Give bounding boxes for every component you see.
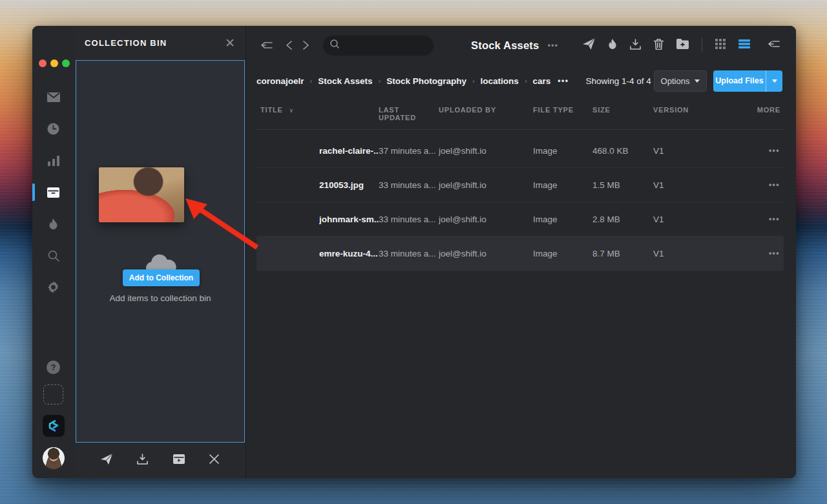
download-icon[interactable]: [137, 454, 148, 467]
send-icon[interactable]: [101, 454, 112, 467]
sidebar-item-search[interactable]: [32, 240, 74, 271]
sidebar-item-settings[interactable]: [32, 271, 74, 303]
chevron-down-icon: [695, 79, 700, 83]
row-more-icon[interactable]: •••: [758, 180, 784, 189]
header-title[interactable]: TITLE ∨: [260, 106, 379, 121]
breadcrumb-item[interactable]: cars: [533, 76, 551, 86]
asset-table: TITLE ∨ LAST UPDATED UPLOADED BY FILE TY…: [246, 97, 796, 478]
sidebar-item-activity[interactable]: [32, 208, 74, 240]
sidebar-item-messages[interactable]: [32, 81, 74, 113]
download-icon[interactable]: [630, 39, 641, 52]
close-icon[interactable]: ✕: [225, 36, 235, 50]
user-avatar[interactable]: [43, 447, 65, 469]
header-last-updated[interactable]: LAST UPDATED: [379, 106, 439, 121]
collection-bin-dropzone[interactable]: Add to Collection Add items to collectio…: [76, 60, 245, 443]
page-title: Stock Assets: [471, 39, 539, 52]
collection-bin-footer: [74, 443, 246, 478]
main-content: Stock Assets •••: [246, 26, 796, 478]
chevron-down-icon: [772, 79, 777, 83]
bar-chart-icon: [48, 156, 59, 166]
zoom-window-button[interactable]: [62, 59, 70, 67]
help-icon[interactable]: ?: [47, 361, 60, 374]
nav-rail: ?: [32, 26, 74, 478]
header-file-type[interactable]: FILE TYPE: [533, 106, 592, 121]
sidebar-item-assets[interactable]: [32, 176, 74, 208]
cell-title[interactable]: rachel-claire-...: [319, 146, 379, 156]
breadcrumb-more-icon[interactable]: •••: [558, 76, 569, 85]
table-row[interactable]: emre-kuzu-4... 33 minutes a... joel@shif…: [256, 236, 784, 271]
breadcrumb-item[interactable]: coronajoelr: [256, 76, 304, 86]
sidebar-item-analytics[interactable]: [32, 145, 74, 176]
collapse-panel-icon[interactable]: [768, 39, 780, 51]
search-input[interactable]: [344, 41, 421, 50]
archive-box-icon: [47, 187, 59, 198]
toolbar-divider: [702, 38, 702, 52]
row-more-icon[interactable]: •••: [758, 249, 784, 258]
header-version[interactable]: VERSION: [653, 106, 755, 121]
options-button[interactable]: Options: [654, 70, 707, 92]
breadcrumb-item[interactable]: locations: [481, 76, 519, 86]
cell-file-type: Image: [533, 180, 592, 190]
table-row[interactable]: johnmark-sm... 33 minutes a... joel@shif…: [256, 202, 784, 236]
send-icon[interactable]: [583, 38, 595, 52]
upload-files-menu-button[interactable]: [766, 70, 782, 92]
breadcrumb-separator: ›: [472, 77, 475, 85]
list-view-icon[interactable]: [738, 39, 750, 51]
cell-size: 468.0 KB: [592, 146, 653, 156]
dashed-empty-slot[interactable]: [43, 384, 63, 404]
cell-last-updated: 37 minutes a...: [379, 146, 439, 156]
app-window: ? COLLECTION BIN ✕: [32, 26, 796, 478]
options-label: Options: [661, 76, 690, 86]
cell-title[interactable]: johnmark-sm...: [319, 215, 379, 224]
table-body: rachel-claire-... 37 minutes a... joel@s…: [256, 134, 784, 271]
upload-files-button[interactable]: Upload Files: [713, 70, 766, 92]
add-to-collection-button[interactable]: Add to Collection: [123, 269, 200, 286]
cell-title[interactable]: 210053.jpg: [319, 180, 379, 190]
row-more-icon[interactable]: •••: [758, 146, 784, 155]
close-window-button[interactable]: [39, 59, 47, 67]
title-more-icon[interactable]: •••: [547, 41, 558, 50]
breadcrumb-item[interactable]: Stock Assets: [318, 76, 372, 86]
header-uploaded-by[interactable]: UPLOADED BY: [439, 106, 533, 121]
shift-logo[interactable]: [43, 415, 65, 437]
minimize-window-button[interactable]: [50, 59, 58, 67]
cell-last-updated: 33 minutes a...: [379, 180, 439, 190]
collection-bin-panel: COLLECTION BIN ✕ Add to Collection Add i…: [74, 26, 246, 478]
cell-file-type: Image: [533, 249, 592, 258]
trash-icon[interactable]: [654, 39, 664, 52]
sidebar-item-recents[interactable]: [32, 113, 74, 145]
main-toolbar: Stock Assets •••: [246, 26, 796, 65]
flame-icon[interactable]: [608, 39, 617, 52]
dragged-asset-thumbnail[interactable]: [99, 167, 184, 222]
cell-last-updated: 33 minutes a...: [379, 249, 439, 258]
cell-uploaded-by: joel@shift.io: [439, 249, 533, 258]
cell-uploaded-by: joel@shift.io: [439, 215, 533, 224]
add-folder-icon[interactable]: [676, 39, 689, 52]
desktop-wallpaper: ? COLLECTION BIN ✕: [0, 0, 827, 504]
cell-uploaded-by: joel@shift.io: [439, 180, 533, 190]
table-row[interactable]: rachel-claire-... 37 minutes a... joel@s…: [256, 134, 784, 168]
chevron-right-icon[interactable]: [303, 41, 309, 50]
cell-uploaded-by: joel@shift.io: [439, 146, 533, 156]
archive-box-icon[interactable]: [173, 454, 185, 467]
cell-size: 1.5 MB: [592, 180, 653, 190]
breadcrumb-separator: ›: [310, 77, 313, 85]
envelope-icon: [47, 92, 60, 102]
chevron-left-icon[interactable]: [286, 41, 292, 50]
header-more: MORE: [755, 106, 780, 121]
cell-title[interactable]: emre-kuzu-4...: [319, 249, 379, 258]
search-field[interactable]: [323, 36, 434, 56]
search-icon: [330, 39, 339, 51]
breadcrumb-separator: ›: [525, 77, 527, 85]
breadcrumb-item[interactable]: Stock Photography: [386, 76, 466, 86]
collapse-sidebar-icon[interactable]: [261, 41, 273, 50]
grid-view-icon[interactable]: [715, 39, 726, 52]
clear-icon[interactable]: [209, 454, 219, 467]
header-size[interactable]: SIZE: [592, 106, 653, 121]
cell-file-type: Image: [533, 215, 592, 224]
row-more-icon[interactable]: •••: [758, 215, 784, 224]
upload-files-split-button: Upload Files: [713, 70, 782, 92]
table-header: TITLE ∨ LAST UPDATED UPLOADED BY FILE TY…: [256, 97, 784, 130]
table-row[interactable]: 210053.jpg 33 minutes a... joel@shift.io…: [256, 168, 784, 202]
cell-size: 8.7 MB: [592, 249, 653, 258]
